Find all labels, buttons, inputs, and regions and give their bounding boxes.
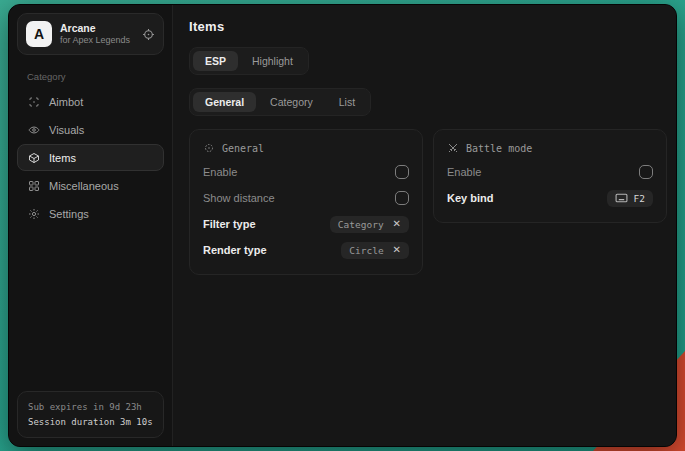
filter-type-select[interactable]: Category ✕: [330, 216, 409, 233]
select-value: Circle: [349, 245, 383, 256]
tab-category[interactable]: Category: [258, 92, 325, 112]
clear-icon[interactable]: ✕: [393, 219, 401, 229]
panel-title: General: [222, 143, 264, 154]
sidebar-item-label: Aimbot: [49, 96, 83, 108]
subscription-card: Sub expires in 9d 23h Session duration 3…: [17, 391, 164, 438]
tab-list[interactable]: List: [327, 92, 367, 112]
sidebar-item-label: Visuals: [49, 124, 84, 136]
sidebar-item-miscellaneous[interactable]: Miscellaneous: [17, 172, 164, 199]
setting-row-show-distance: Show distance: [203, 185, 409, 211]
clear-icon[interactable]: ✕: [393, 245, 401, 255]
panel-title: Battle mode: [466, 143, 532, 154]
sidebar-item-settings[interactable]: Settings: [17, 200, 164, 227]
sidebar-nav: Aimbot Visuals Items: [17, 88, 164, 227]
sidebar-item-label: Miscellaneous: [49, 180, 119, 192]
battle-mode-panel-header: Battle mode: [447, 142, 653, 154]
grid-icon: [28, 180, 40, 192]
setting-row-key-bind: Key bind F2: [447, 185, 653, 211]
brand-card: A Arcane for Apex Legends: [17, 13, 164, 55]
swords-icon: [447, 142, 459, 154]
sidebar-item-label: Settings: [49, 208, 89, 220]
battle-enable-checkbox[interactable]: [639, 165, 653, 179]
brand-text: Arcane for Apex Legends: [60, 22, 134, 46]
setting-label: Key bind: [447, 192, 493, 204]
box-icon: [28, 152, 40, 164]
target-icon[interactable]: [142, 28, 155, 41]
setting-label: Enable: [203, 166, 237, 178]
app-name: Arcane: [60, 22, 134, 35]
setting-label: Filter type: [203, 218, 256, 230]
tab-highlight[interactable]: Highlight: [240, 51, 305, 71]
setting-row-filter-type: Filter type Category ✕: [203, 211, 409, 237]
setting-label: Show distance: [203, 192, 275, 204]
setting-label: Render type: [203, 244, 267, 256]
general-panel-header: General: [203, 142, 409, 154]
sidebar-item-items[interactable]: Items: [17, 144, 164, 171]
main-content: Items ESP Highlight General Category Lis…: [173, 5, 677, 446]
setting-row-enable: Enable: [203, 159, 409, 185]
setting-row-render-type: Render type Circle ✕: [203, 237, 409, 263]
app-window: A Arcane for Apex Legends Category: [8, 4, 677, 447]
render-type-select[interactable]: Circle ✕: [341, 242, 409, 259]
tab-general[interactable]: General: [193, 92, 256, 112]
session-duration-text: Session duration 3m 10s: [28, 415, 153, 429]
select-value: Category: [338, 219, 384, 230]
sidebar: A Arcane for Apex Legends Category: [9, 5, 173, 446]
sub-tab-group: General Category List: [189, 88, 371, 116]
page-title: Items: [189, 19, 667, 34]
panels-row: General Enable Show distance Filter type…: [189, 129, 667, 275]
show-distance-checkbox[interactable]: [395, 191, 409, 205]
crosshair-icon: [28, 96, 40, 108]
enable-checkbox[interactable]: [395, 165, 409, 179]
sub-expires-text: Sub expires in 9d 23h: [28, 400, 153, 414]
keybind-button[interactable]: F2: [607, 190, 653, 207]
eye-icon: [28, 124, 40, 136]
sidebar-section-label: Category: [27, 71, 164, 82]
app-logo: A: [26, 21, 52, 47]
sidebar-item-label: Items: [49, 152, 76, 164]
gear-icon: [28, 208, 40, 220]
keyboard-icon: [615, 193, 628, 203]
battle-mode-panel: Battle mode Enable Key bind F2: [433, 129, 667, 223]
general-panel: General Enable Show distance Filter type…: [189, 129, 423, 275]
dashed-crosshair-icon: [203, 142, 215, 154]
app-subtitle: for Apex Legends: [60, 35, 134, 46]
setting-row-enable: Enable: [447, 159, 653, 185]
sidebar-item-aimbot[interactable]: Aimbot: [17, 88, 164, 115]
sidebar-item-visuals[interactable]: Visuals: [17, 116, 164, 143]
keybind-value: F2: [634, 193, 645, 204]
mode-tab-group: ESP Highlight: [189, 47, 309, 75]
setting-label: Enable: [447, 166, 481, 178]
tab-esp[interactable]: ESP: [193, 51, 238, 71]
